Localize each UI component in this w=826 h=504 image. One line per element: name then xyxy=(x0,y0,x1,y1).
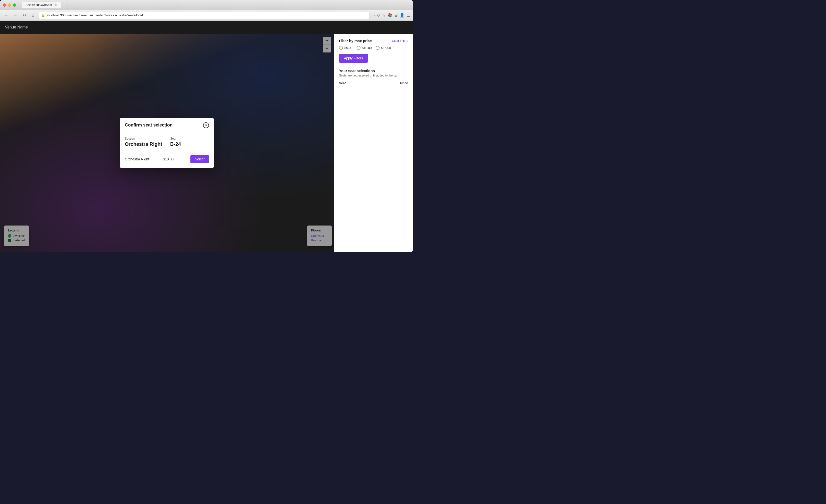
radio-10[interactable] xyxy=(357,46,360,50)
apply-filters-button[interactable]: Apply Filters xyxy=(339,54,368,63)
seat-value: B-24 xyxy=(170,141,181,147)
price-option-5[interactable]: $5.00 xyxy=(339,46,353,50)
modal-close-button[interactable]: × xyxy=(203,122,209,128)
filter-title: Filter by max price xyxy=(339,39,372,43)
account-icon[interactable]: 👤 xyxy=(400,13,405,17)
app-header: Venue Name xyxy=(0,21,413,34)
seat-info: Seat B-24 xyxy=(170,137,181,147)
home-button[interactable]: ⌂ xyxy=(30,12,37,19)
close-window-button[interactable] xyxy=(3,3,6,7)
tab-close-button[interactable]: ✕ xyxy=(54,3,57,7)
filter-header: Filter by max price Clear Filters xyxy=(339,39,408,43)
radio-15[interactable] xyxy=(375,46,379,50)
price-label-10: $10.00 xyxy=(362,46,372,50)
seat-info-row: Section Orchestra Right Seat B-24 xyxy=(125,137,209,147)
app-body: − + Confirm seat selection × Secti xyxy=(0,34,413,252)
menu-icon[interactable]: ☰ xyxy=(407,13,410,17)
price-label-15: $15.00 xyxy=(381,46,391,50)
price-options: $5.00 $10.00 $15.00 xyxy=(339,46,408,50)
tab-title: SelectYourOwnSeat xyxy=(25,3,52,7)
confirm-seat-modal: Confirm seat selection × Section Orchest… xyxy=(120,118,214,168)
seat-selections-title: Your seat selections xyxy=(339,69,408,73)
browser-toolbar: ← → ↻ ⌂ 🔒 localhost:3000/venues/benedum_… xyxy=(0,10,413,21)
reload-button[interactable]: ↻ xyxy=(21,12,28,19)
section-value: Orchestra Right xyxy=(125,141,162,147)
modal-title: Confirm seat selection xyxy=(125,123,173,128)
more-options-icon[interactable]: ⋯ xyxy=(371,13,375,17)
maximize-window-button[interactable] xyxy=(13,3,16,7)
app-content: Venue Name xyxy=(0,21,413,252)
select-button[interactable]: Select xyxy=(190,155,209,163)
browser-titlebar: SelectYourOwnSeat ✕ + xyxy=(0,0,413,10)
right-sidebar: Filter by max price Clear Filters $5.00 … xyxy=(334,34,413,252)
traffic-lights xyxy=(3,3,16,7)
toolbar-right: ⋯ 🛡 ☆ 📚 ⊞ 👤 ☰ xyxy=(371,13,410,17)
minimize-window-button[interactable] xyxy=(8,3,11,7)
col-price: Price xyxy=(400,81,408,85)
address-bar[interactable]: 🔒 localhost:3000/venues/benedum_center/f… xyxy=(39,12,369,19)
filter-section: Filter by max price Clear Filters $5.00 … xyxy=(339,39,408,69)
modal-overlay: Confirm seat selection × Section Orchest… xyxy=(0,34,334,252)
venue-area: − + Confirm seat selection × Secti xyxy=(0,34,334,252)
radio-5[interactable] xyxy=(339,46,343,50)
modal-header: Confirm seat selection × xyxy=(120,118,214,132)
seat-row-section: Orchestra Right xyxy=(125,157,149,161)
back-button[interactable]: ← xyxy=(3,12,10,19)
bookmarks-icon[interactable]: 📚 xyxy=(388,13,393,17)
section-label: Section xyxy=(125,137,162,140)
seat-selections-subtitle: Seats are not reserved until added to th… xyxy=(339,74,408,77)
seat-table-header: Seat Price xyxy=(339,80,408,86)
seat-label: Seat xyxy=(170,137,181,140)
section-info: Section Orchestra Right xyxy=(125,137,162,147)
seat-row: Orchestra Right $10.00 Select xyxy=(125,155,209,163)
clear-filters-link[interactable]: Clear Filters xyxy=(392,39,408,43)
price-option-10[interactable]: $10.00 xyxy=(357,46,372,50)
seat-row-price: $10.00 xyxy=(163,157,174,161)
browser-tab[interactable]: SelectYourOwnSeat ✕ xyxy=(22,2,61,8)
seat-selections-section: Your seat selections Seats are not reser… xyxy=(339,69,408,86)
venue-name: Venue Name xyxy=(5,25,28,29)
bookmark-icon[interactable]: ☆ xyxy=(382,13,386,17)
modal-body: Section Orchestra Right Seat B-24 xyxy=(120,132,214,168)
url-text: localhost:3000/venues/benedum_center/flo… xyxy=(47,13,143,17)
forward-button[interactable]: → xyxy=(12,12,19,19)
new-tab-button[interactable]: + xyxy=(64,2,70,8)
col-seat: Seat xyxy=(339,81,346,85)
lock-icon: 🔒 xyxy=(41,14,45,17)
layout-icon[interactable]: ⊞ xyxy=(395,13,398,17)
price-option-15[interactable]: $15.00 xyxy=(375,46,391,50)
price-label-5: $5.00 xyxy=(344,46,353,50)
shield-icon: 🛡 xyxy=(377,13,380,17)
